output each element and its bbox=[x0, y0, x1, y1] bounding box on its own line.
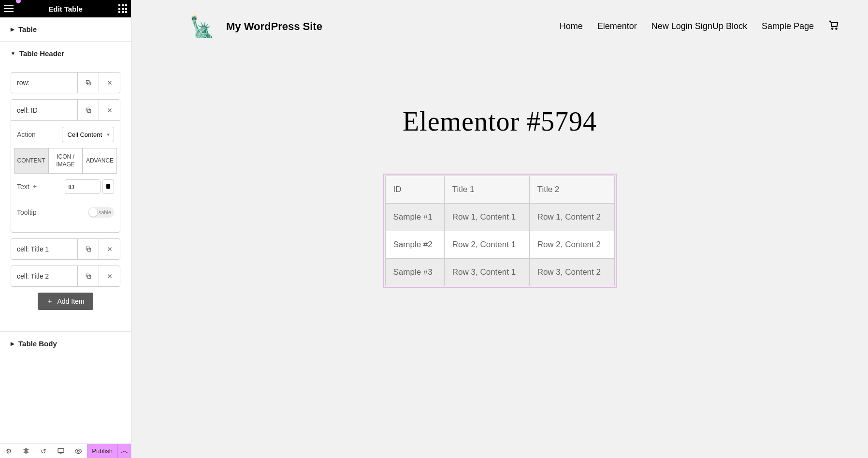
table-cell: Sample #3 bbox=[385, 259, 444, 286]
header-items: row: cell: ID Action Cell Content bbox=[0, 65, 131, 317]
table-cell: Row 1, Content 1 bbox=[444, 204, 529, 231]
text-row: Text ✦ bbox=[11, 179, 120, 194]
table-widget[interactable]: ID Title 1 Title 2 Sample #1 Row 1, Cont… bbox=[385, 176, 615, 286]
close-icon[interactable] bbox=[99, 266, 120, 286]
svg-point-22 bbox=[836, 28, 837, 30]
header-item-cell-title1-label: cell: Title 1 bbox=[11, 245, 77, 253]
publish-button[interactable]: Publish bbox=[87, 444, 117, 458]
tooltip-label: Tooltip bbox=[17, 208, 36, 216]
table-row: Sample #3 Row 3, Content 1 Row 3, Conten… bbox=[385, 259, 614, 286]
preview-area: 🗽 My WordPress Site Home Elementor New L… bbox=[131, 0, 868, 458]
page-title: Elementor #5794 bbox=[131, 106, 868, 137]
tooltip-toggle-state: Disable bbox=[93, 209, 111, 215]
publish-label: Publish bbox=[92, 447, 113, 455]
table-cell: Row 3, Content 1 bbox=[444, 259, 529, 286]
section-table-label: Table bbox=[18, 25, 37, 33]
notification-dot-icon bbox=[16, 0, 21, 3]
action-select-value: Cell Content bbox=[67, 131, 102, 138]
header-item-cell-title1[interactable]: cell: Title 1 bbox=[11, 238, 120, 260]
action-select[interactable]: Cell Content bbox=[62, 127, 114, 142]
header-item-cell-id: cell: ID Action Cell Content CONTENT ICO… bbox=[11, 99, 120, 233]
header-item-row[interactable]: row: bbox=[11, 72, 120, 93]
header-item-cell-id-bar[interactable]: cell: ID bbox=[11, 100, 120, 121]
close-icon[interactable] bbox=[99, 73, 120, 93]
table-header-row: ID Title 1 Title 2 bbox=[385, 176, 614, 204]
table-cell: Row 2, Content 2 bbox=[529, 231, 614, 259]
close-icon[interactable] bbox=[99, 100, 120, 120]
preview-icon[interactable] bbox=[70, 444, 87, 458]
chevron-right-icon: ▶ bbox=[11, 341, 14, 346]
editor-title: Edit Table bbox=[48, 5, 83, 13]
sparkle-icon[interactable]: ✦ bbox=[32, 183, 37, 190]
divider bbox=[16, 200, 115, 200]
table-cell: Row 1, Content 2 bbox=[529, 204, 614, 231]
text-label-text: Text bbox=[17, 183, 29, 191]
nav-sample-page[interactable]: Sample Page bbox=[762, 21, 814, 31]
data-table: ID Title 1 Title 2 Sample #1 Row 1, Cont… bbox=[385, 176, 615, 286]
section-table-header-label: Table Header bbox=[19, 49, 64, 58]
text-input[interactable] bbox=[65, 179, 101, 194]
header-item-cell-title2[interactable]: cell: Title 2 bbox=[11, 266, 120, 287]
table-header-cell: Title 1 bbox=[444, 176, 529, 204]
editor-panel: Edit Table ▶ Table ▼ Table Header row: c… bbox=[0, 0, 131, 458]
cart-icon[interactable] bbox=[828, 20, 839, 33]
settings-icon[interactable]: ⚙ bbox=[0, 444, 17, 458]
table-header-cell: Title 2 bbox=[529, 176, 614, 204]
header-item-cell-title2-label: cell: Title 2 bbox=[11, 272, 77, 280]
cell-tabs: CONTENT ICON / IMAGE ADVANCE bbox=[14, 148, 117, 174]
close-icon[interactable] bbox=[99, 239, 120, 259]
table-cell: Row 3, Content 2 bbox=[529, 259, 614, 286]
tooltip-toggle[interactable]: Disable bbox=[88, 207, 114, 218]
section-table[interactable]: ▶ Table bbox=[0, 17, 131, 41]
table-cell: Sample #2 bbox=[385, 231, 444, 259]
copy-icon[interactable] bbox=[77, 266, 99, 286]
bottom-bar: ⚙ ↺ Publish ︿ bbox=[0, 443, 131, 458]
editor-header: Edit Table bbox=[0, 0, 131, 17]
svg-point-21 bbox=[832, 28, 833, 30]
site-nav: Home Elementor New Login SignUp Block Sa… bbox=[560, 20, 839, 33]
add-item-label: Add Item bbox=[57, 297, 84, 305]
nav-elementor[interactable]: Elementor bbox=[597, 21, 637, 31]
action-label: Action bbox=[17, 131, 36, 138]
copy-icon[interactable] bbox=[77, 73, 99, 93]
site-title: My WordPress Site bbox=[226, 20, 322, 33]
table-header-cell: ID bbox=[385, 176, 444, 204]
table-cell: Row 2, Content 1 bbox=[444, 231, 529, 259]
panel-body: ▶ Table ▼ Table Header row: cell: ID bbox=[0, 17, 131, 443]
nav-home[interactable]: Home bbox=[560, 21, 583, 31]
table-cell: Sample #1 bbox=[385, 204, 444, 231]
chevron-up-icon: ︿ bbox=[121, 446, 129, 456]
text-label: Text ✦ bbox=[17, 183, 37, 191]
action-row: Action Cell Content bbox=[11, 127, 120, 142]
table-row: Sample #1 Row 1, Content 1 Row 1, Conten… bbox=[385, 204, 614, 231]
history-icon[interactable]: ↺ bbox=[35, 444, 52, 458]
section-table-body[interactable]: ▶ Table Body bbox=[0, 332, 131, 355]
header-item-cell-id-label: cell: ID bbox=[11, 106, 77, 114]
tab-icon-image[interactable]: ICON / IMAGE bbox=[48, 148, 83, 174]
svg-point-20 bbox=[77, 450, 79, 452]
site-header: 🗽 My WordPress Site Home Elementor New L… bbox=[131, 0, 868, 48]
nav-new-login[interactable]: New Login SignUp Block bbox=[651, 21, 747, 31]
plus-icon: ＋ bbox=[46, 297, 53, 306]
copy-icon[interactable] bbox=[77, 239, 99, 259]
publish-options-button[interactable]: ︿ bbox=[117, 444, 131, 458]
chevron-right-icon: ▶ bbox=[11, 27, 14, 32]
header-item-row-label: row: bbox=[11, 79, 77, 87]
responsive-icon[interactable] bbox=[52, 444, 70, 458]
grid-icon[interactable] bbox=[118, 4, 127, 13]
tab-content[interactable]: CONTENT bbox=[14, 148, 48, 174]
svg-rect-17 bbox=[58, 448, 64, 452]
hamburger-icon[interactable] bbox=[4, 5, 14, 12]
section-table-header[interactable]: ▼ Table Header bbox=[0, 42, 131, 65]
table-row: Sample #2 Row 2, Content 1 Row 2, Conten… bbox=[385, 231, 614, 259]
navigator-icon[interactable] bbox=[17, 444, 35, 458]
chevron-down-icon: ▼ bbox=[11, 51, 15, 56]
section-table-body-label: Table Body bbox=[18, 340, 57, 348]
site-logo-icon: 🗽 bbox=[189, 15, 215, 38]
copy-icon[interactable] bbox=[77, 100, 99, 120]
add-item-button[interactable]: ＋ Add Item bbox=[38, 293, 93, 310]
database-icon[interactable] bbox=[102, 179, 114, 194]
tab-advance[interactable]: ADVANCE bbox=[83, 148, 117, 174]
tooltip-row: Tooltip Disable bbox=[11, 207, 120, 218]
